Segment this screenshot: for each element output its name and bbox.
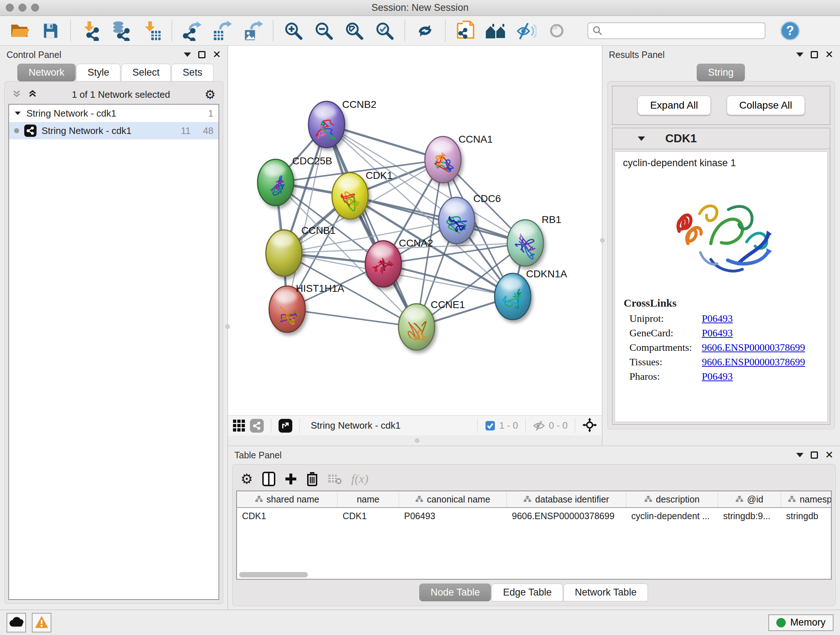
tab-node-table[interactable]: Node Table <box>419 584 491 601</box>
import-network-icon <box>81 21 101 41</box>
left-splitter-handle[interactable] <box>225 325 230 329</box>
column-header-namespace[interactable]: namespace <box>781 491 832 507</box>
cell-id: stringdb:9... <box>718 511 781 521</box>
search-input[interactable] <box>587 22 766 39</box>
table-row[interactable]: CDK1 CDK1 P06493 9606.ENSP00000378699 cy… <box>237 508 831 524</box>
function-builder-icon[interactable]: f(x) <box>351 472 368 486</box>
horizontal-splitter[interactable] <box>228 435 602 446</box>
collapse-all-networks-icon[interactable] <box>12 89 21 100</box>
network-canvas[interactable]: CCNB2CCNA1CDC25BCDK1CDC6RB1CCNB1CCNA2CDK… <box>228 46 602 415</box>
selected-checkbox-icon[interactable] <box>485 420 496 431</box>
import-network-button[interactable] <box>77 18 105 43</box>
expand-all-networks-icon[interactable] <box>28 89 37 100</box>
fit-selected-crosshair-icon[interactable] <box>583 418 597 434</box>
tissues-link[interactable]: 9606.ENSP00000378699 <box>702 356 805 368</box>
gene-section-header[interactable]: CDK1 <box>613 128 830 149</box>
panel-menu-icon[interactable] <box>184 52 191 57</box>
network-node-CDC25B[interactable] <box>257 159 294 206</box>
table-options-gear-icon[interactable]: ⚙ <box>240 473 253 485</box>
import-table-button[interactable] <box>137 18 166 43</box>
compartments-link[interactable]: 9606.ENSP00000378699 <box>702 342 805 353</box>
column-header-database-identifier[interactable]: database identifier <box>507 491 626 507</box>
delete-column-icon[interactable] <box>306 472 318 486</box>
column-header-canonical-name[interactable]: canonical name <box>399 491 507 507</box>
create-column-icon[interactable] <box>285 473 297 485</box>
network-node-CDK1[interactable] <box>332 173 368 219</box>
tab-network[interactable]: Network <box>17 64 76 81</box>
warnings-button[interactable] <box>32 613 51 632</box>
birds-eye-view-icon[interactable] <box>233 420 245 432</box>
tab-string-results[interactable]: String <box>697 64 745 81</box>
network-graph[interactable]: CCNB2CCNA1CDC25BCDK1CDC6RB1CCNB1CCNA2CDK… <box>228 46 602 415</box>
open-session-button[interactable] <box>6 18 34 43</box>
tab-select[interactable]: Select <box>121 64 171 81</box>
network-edge-CCNB2-CCNE1[interactable] <box>327 125 417 327</box>
tab-edge-table[interactable]: Edge Table <box>492 584 563 601</box>
string-view-icon[interactable] <box>250 419 264 432</box>
share-network-document-button[interactable] <box>452 18 480 43</box>
zoom-window-button[interactable] <box>31 4 39 11</box>
export-table-button[interactable] <box>208 18 237 43</box>
network-row[interactable]: String Network - cdk1 11 48 <box>9 122 218 139</box>
close-panel-icon[interactable]: ✕ <box>825 451 834 459</box>
column-header-name[interactable]: name <box>338 491 399 507</box>
memory-button[interactable]: Memory <box>768 614 834 631</box>
cell-description: cyclin-dependent ... <box>626 511 718 521</box>
minimize-window-button[interactable] <box>19 4 27 11</box>
network-node-CDKN1A[interactable] <box>494 273 531 320</box>
network-label: String Network - cdk1 <box>42 125 132 136</box>
hide-selected-button[interactable] <box>512 18 540 43</box>
close-window-button[interactable] <box>6 4 14 11</box>
zoom-out-button[interactable] <box>309 18 338 43</box>
float-panel-icon[interactable] <box>811 51 818 58</box>
network-node-CDC6[interactable] <box>439 197 475 244</box>
zoom-fit-button[interactable] <box>340 18 368 43</box>
gene-expander-icon[interactable] <box>638 136 645 141</box>
export-network-button[interactable] <box>178 18 206 43</box>
column-header-description[interactable]: description <box>626 491 718 507</box>
network-collection-row[interactable]: String Network - cdk1 1 <box>9 105 218 122</box>
close-panel-icon[interactable]: ✕ <box>213 51 221 58</box>
network-edge-CCNE1-HIST1H1A[interactable] <box>287 309 417 327</box>
clear-table-icon[interactable] <box>327 473 342 485</box>
column-header-id[interactable]: @id <box>718 491 781 507</box>
network-node-RB1[interactable] <box>507 220 543 266</box>
refresh-view-button[interactable] <box>411 18 439 43</box>
zoom-selected-button[interactable] <box>370 18 399 43</box>
float-panel-icon[interactable] <box>198 51 205 58</box>
export-image-button[interactable] <box>239 18 267 43</box>
float-panel-icon[interactable] <box>811 451 818 459</box>
show-all-button[interactable] <box>543 18 571 43</box>
node-count: 11 <box>181 125 191 136</box>
panel-menu-icon[interactable] <box>796 453 804 457</box>
zoom-in-button[interactable] <box>279 18 308 43</box>
network-node-CCNA1[interactable] <box>425 136 461 183</box>
open-in-window-icon[interactable] <box>279 419 292 432</box>
tab-style[interactable]: Style <box>76 64 120 81</box>
network-options-gear-icon[interactable]: ⚙ <box>205 88 216 101</box>
network-node-CCNA2[interactable] <box>365 241 401 287</box>
hidden-eye-icon[interactable] <box>533 420 545 431</box>
network-node-CCNB1[interactable] <box>266 230 302 276</box>
network-node-CCNB2[interactable] <box>309 101 345 148</box>
genecard-link[interactable]: P06493 <box>702 327 733 339</box>
network-node-CCNE1[interactable] <box>399 304 435 350</box>
string-home-button[interactable] <box>482 18 510 43</box>
horizontal-scrollbar-thumb[interactable] <box>239 572 308 578</box>
close-panel-icon[interactable]: ✕ <box>825 51 834 58</box>
collapse-all-button[interactable]: Collapse All <box>727 96 805 115</box>
show-columns-icon[interactable] <box>262 472 275 486</box>
panel-menu-icon[interactable] <box>796 52 804 57</box>
collection-expander-icon[interactable] <box>15 111 21 115</box>
cloud-status-button[interactable] <box>6 613 26 632</box>
right-splitter-handle[interactable] <box>600 238 605 242</box>
tab-sets[interactable]: Sets <box>172 64 213 81</box>
import-database-button[interactable] <box>107 18 135 43</box>
tab-network-table[interactable]: Network Table <box>564 584 648 601</box>
column-header-shared-name[interactable]: shared name <box>237 491 338 507</box>
pharos-link[interactable]: P06493 <box>702 371 733 382</box>
expand-all-button[interactable]: Expand All <box>638 96 711 115</box>
uniprot-link[interactable]: P06493 <box>702 313 733 325</box>
help-button[interactable]: ? <box>780 21 800 41</box>
save-session-button[interactable] <box>36 18 65 43</box>
